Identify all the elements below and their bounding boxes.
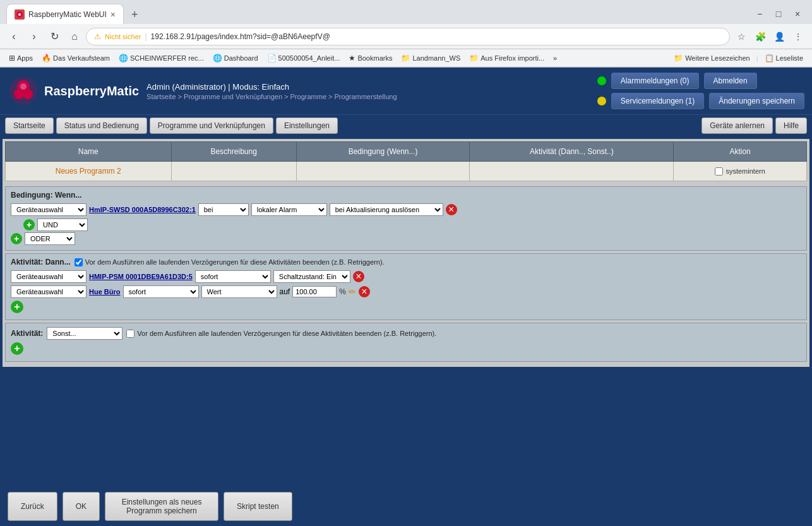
geraeteauswahl-select-2[interactable]: Geräteauswahl [11, 270, 87, 283]
remove-activity-2-button[interactable]: × [359, 286, 370, 297]
bookmark-firefox[interactable]: 📁 Aus Firefox importi... [465, 52, 548, 64]
bookmark-scheinwerfer-label: SCHEINWERFER rec... [130, 54, 204, 62]
back-button[interactable]: ‹ [5, 28, 23, 45]
service-button[interactable]: Servicemeldungen (1) [611, 93, 704, 109]
device-link-3[interactable]: Hue Büro [89, 288, 121, 296]
aenderungen-button[interactable]: Änderungen speichern [709, 93, 804, 109]
bookmark-landmann[interactable]: 📁 Landmann_WS [397, 52, 464, 64]
auf-label: auf [280, 287, 290, 296]
edit-icon[interactable]: ✏ [349, 287, 356, 297]
zurueck-button[interactable]: Zurück [8, 492, 57, 521]
table-row: Neues Programm 2 systemintern [6, 162, 807, 181]
program-name[interactable]: Neues Programm 2 [56, 167, 121, 176]
bookmark-bookmarks[interactable]: ★ Bookmarks [345, 52, 396, 64]
bookmark-weitere-label: Weitere Lesezeichen [685, 54, 750, 62]
aktivitaet-sonst-label: Aktivität: [11, 329, 43, 338]
logo-text: RaspberryMatic [44, 84, 139, 99]
col-beschreibung: Beschreibung [171, 142, 296, 162]
add-activity-sonst-button[interactable]: + [11, 342, 23, 355]
menu-button[interactable]: ⋮ [789, 28, 807, 45]
bookmark-star-button[interactable]: ☆ [732, 28, 750, 45]
bookmark-more-arrow[interactable]: » [549, 53, 561, 63]
retriggern-checkbox-label-1: Vor dem Ausführen alle laufenden Verzöge… [75, 258, 385, 266]
browser-tab[interactable]: RaspberryMatic WebUI × [6, 4, 124, 24]
bookmark-more-arrow-label: » [553, 54, 557, 62]
svg-point-6 [20, 83, 27, 90]
add-und-button[interactable]: + [23, 219, 35, 230]
geraeteauswahl-select-1[interactable]: Geräteauswahl [11, 203, 87, 216]
retriggern-checkbox-1[interactable] [75, 258, 83, 266]
device-link-1[interactable]: HmIP-SWSD 000A5D8996C302:1 [89, 206, 196, 213]
folder-icon-3: 📁 [674, 54, 683, 63]
activity-dann-header: Aktivität: Dann... Vor dem Ausführen all… [11, 258, 801, 266]
nav-einstellungen[interactable]: Einstellungen [276, 117, 338, 134]
bookmark-anleitung[interactable]: 📄 500500054_Anleit... [263, 52, 344, 64]
status-dot-green [597, 76, 606, 85]
logo-area: RaspberryMatic [8, 75, 139, 107]
list-icon: 📋 [765, 54, 774, 63]
retriggern-text-1: Vor dem Ausführen alle laufenden Verzöge… [85, 258, 385, 266]
oder-select[interactable]: ODER [25, 232, 75, 245]
refresh-button[interactable]: ↻ [45, 28, 63, 45]
abmelden-button[interactable]: Abmelden [704, 73, 757, 89]
aktualisierung-select[interactable]: bei Aktualisierung auslösen [330, 203, 443, 216]
condition-cell [296, 162, 470, 181]
alarm-button[interactable]: Alarmmeldungen (0) [611, 73, 699, 89]
bookmark-apps[interactable]: ⊞ Apps [5, 52, 37, 64]
tab-close-button[interactable]: × [110, 9, 116, 20]
extensions-button[interactable]: 🧩 [751, 28, 769, 45]
new-tab-button[interactable]: + [126, 6, 143, 24]
sonst-select[interactable]: Sonst... [47, 327, 122, 340]
ok-button[interactable]: OK [63, 492, 100, 521]
separator: | [145, 32, 146, 41]
wert-select[interactable]: Wert [201, 285, 277, 298]
nav-status[interactable]: Status und Bedienung [56, 117, 147, 134]
globe-icon-1: 🌐 [119, 54, 128, 63]
bm-separator: | [756, 54, 758, 62]
schaltzustand-select[interactable]: Schaltzustand: Ein [273, 270, 350, 283]
tab-title: RaspberryMatic WebUI [28, 10, 107, 19]
breadcrumb: Startseite > Programme und Verknüpfungen… [146, 93, 397, 100]
sofort-select-1[interactable]: sofort [195, 270, 271, 283]
bookmark-scheinwerfer[interactable]: 🌐 SCHEINWERFER rec... [115, 52, 208, 64]
bookmark-weitere[interactable]: 📁 Weitere Lesezeichen [670, 52, 754, 64]
retriggern-checkbox-label-2: Vor dem Ausführen alle laufenden Verzöge… [126, 330, 436, 338]
minimize-button[interactable]: − [751, 6, 768, 22]
nav-programme[interactable]: Programme und Verknüpfungen [150, 117, 273, 134]
admin-info: Admin (Administrator) | Modus: Einfach [146, 82, 397, 92]
address-bar[interactable]: ⚠ Nicht sicher | 192.168.2.91/pages/inde… [86, 28, 730, 45]
lokaler-alarm-select[interactable]: lokaler Alarm [251, 203, 327, 216]
systemintern-checkbox[interactable] [715, 167, 723, 176]
folder-icon-2: 📁 [469, 54, 479, 63]
sofort-select-2[interactable]: sofort [123, 285, 199, 298]
add-oder-button[interactable]: + [11, 233, 22, 244]
home-button[interactable]: ⌂ [66, 28, 83, 45]
remove-condition-1-button[interactable]: × [446, 204, 457, 215]
geraete-anlernen-button[interactable]: Geräte anlernen [702, 117, 773, 134]
globe-icon-2: 🌐 [213, 54, 222, 63]
bei-select[interactable]: bei [198, 203, 249, 216]
bookmark-anleitung-label: 500500054_Anleit... [278, 54, 340, 62]
bookmark-dashboard[interactable]: 🌐 Dashboard [209, 52, 262, 64]
test-script-button[interactable]: Skript testen [224, 492, 292, 521]
retriggern-text-2: Vor dem Ausführen alle laufenden Verzöge… [137, 330, 436, 337]
pdf-icon: 📄 [267, 54, 277, 63]
retriggern-checkbox-2[interactable] [126, 330, 134, 338]
und-select[interactable]: UND [37, 218, 88, 231]
forward-button[interactable]: › [25, 28, 43, 45]
device-link-2[interactable]: HMIP-PSM 0001DBE9A61D3D:5 [89, 273, 193, 280]
save-program-button[interactable]: Einstellungen als neues Programm speiche… [105, 492, 218, 521]
bookmark-leseliste[interactable]: 📋 Leseliste [761, 52, 807, 64]
bookmark-apps-label: Apps [17, 54, 33, 62]
add-activity-dann-button[interactable]: + [11, 301, 23, 313]
close-button[interactable]: × [789, 6, 806, 22]
profile-button[interactable]: 👤 [770, 28, 788, 45]
value-input[interactable] [292, 286, 337, 297]
apps-icon: ⊞ [9, 54, 15, 63]
hilfe-button[interactable]: Hilfe [775, 117, 807, 134]
geraeteauswahl-select-3[interactable]: Geräteauswahl [11, 285, 87, 298]
maximize-button[interactable]: □ [770, 6, 787, 22]
bookmark-verkaufsteam[interactable]: 🔥 Das Verkaufsteam [38, 52, 114, 64]
remove-activity-1-button[interactable]: × [353, 271, 364, 282]
nav-startseite[interactable]: Startseite [5, 117, 54, 134]
